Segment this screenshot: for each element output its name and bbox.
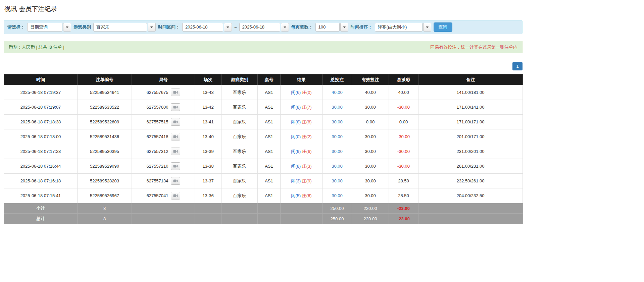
- cell-valid-bet: 30.00: [352, 159, 389, 174]
- page-button-1[interactable]: 1: [512, 62, 523, 70]
- cell-round-id: 627557210: [132, 159, 195, 174]
- cell-bet-id: 522589533522: [78, 100, 132, 115]
- result-player: 闲(8): [291, 119, 301, 124]
- cell-bet-id: 522589532609: [78, 115, 132, 129]
- date-from-picker[interactable]: 2025-06-18: [182, 23, 232, 32]
- date-separator: ~: [234, 25, 237, 30]
- cell-total-bet: 30.00: [323, 144, 352, 159]
- cell-result: 闲(8) 庄(3): [281, 159, 323, 174]
- search-button[interactable]: 查询: [434, 22, 452, 32]
- date-to-picker[interactable]: 2025-06-18: [239, 23, 289, 32]
- cell-remark: 204.00/232.50: [418, 188, 523, 203]
- bet-records-table: 时间 注单编号 局号 场次 游戏类别 桌号 结果 总投注 有效投注 总派彩 备注…: [4, 74, 523, 224]
- cell-session: 13-39: [195, 144, 221, 159]
- total-bet-link[interactable]: 30.00: [332, 193, 343, 198]
- result-banker: 庄(6): [302, 193, 312, 198]
- cell-game-type: 百家乐: [221, 188, 258, 203]
- date-to-caret-button[interactable]: [281, 23, 289, 32]
- time-sort-dropdown[interactable]: 降幂(由大到小): [375, 23, 431, 32]
- game-type-caret-button[interactable]: [148, 23, 156, 32]
- round-id-text: 627557515: [146, 119, 168, 124]
- total-bet-link[interactable]: 30.00: [332, 119, 343, 124]
- total-bet-link[interactable]: 30.00: [332, 105, 343, 110]
- cell-total-bet: 40.00: [323, 85, 352, 100]
- chevron-down-icon: [66, 26, 68, 28]
- header-game-type: 游戏类别: [221, 74, 258, 85]
- main-content: 视讯 会员下注纪录 请选择： 日期查询 游戏类别 百家乐 时间区间： 2025-…: [0, 0, 523, 282]
- cell-time: 2025-06-18 07:19:07: [4, 100, 78, 115]
- page-size-dropdown[interactable]: 100: [315, 23, 348, 32]
- header-time: 时间: [4, 74, 78, 85]
- time-sort-caret-button[interactable]: [423, 23, 431, 32]
- cell-remark: 232.50/261.00: [418, 174, 523, 188]
- cell-payout: -30.00: [389, 100, 418, 115]
- cell-remark: 261.00/231.00: [418, 159, 523, 174]
- cell-result: 闲(8) 庄(7): [281, 100, 323, 115]
- video-replay-icon[interactable]: [171, 148, 180, 155]
- total-bet-link[interactable]: 40.00: [332, 90, 343, 95]
- result-player: 闲(3): [291, 178, 301, 183]
- header-session: 场次: [195, 74, 221, 85]
- video-replay-icon[interactable]: [171, 177, 180, 185]
- cell-bet-id: 522589528203: [78, 174, 132, 188]
- game-type-dropdown[interactable]: 百家乐: [93, 23, 156, 32]
- result-banker: 庄(9): [302, 178, 312, 183]
- time-sort-value[interactable]: 降幂(由大到小): [375, 23, 423, 32]
- cell-table-no: AS1: [258, 144, 281, 159]
- round-id-text: 627557041: [146, 193, 168, 198]
- video-replay-icon[interactable]: [171, 103, 180, 111]
- cell-time: 2025-06-18 07:16:44: [4, 159, 78, 174]
- video-replay-icon[interactable]: [171, 162, 180, 170]
- cell-table-no: AS1: [258, 115, 281, 129]
- cell-result: 闲(9) 庄(6): [281, 144, 323, 159]
- total-bet-link[interactable]: 30.00: [332, 178, 343, 183]
- cell-game-type: 百家乐: [221, 100, 258, 115]
- game-type-value[interactable]: 百家乐: [93, 23, 147, 32]
- cell-table-no: AS1: [258, 85, 281, 100]
- time-sort-label: 时间排序：: [351, 24, 373, 30]
- video-replay-icon[interactable]: [171, 133, 180, 140]
- cell-payout: 28.50: [389, 174, 418, 188]
- cell-round-id: 627557418: [132, 129, 195, 144]
- table-row: 2025-06-18 07:16:44522589529090627557210…: [4, 159, 523, 174]
- query-type-value[interactable]: 日期查询: [27, 23, 62, 32]
- currency-total-text: 币别：人民币 | 总共 :8 注单 |: [9, 44, 64, 50]
- total-label: 总计: [4, 214, 78, 224]
- date-range-label: 时间区间：: [158, 24, 180, 30]
- page-size-value[interactable]: 100: [315, 23, 340, 32]
- date-from-value[interactable]: 2025-06-18: [182, 23, 223, 32]
- video-replay-icon[interactable]: [171, 192, 180, 200]
- video-replay-icon[interactable]: [171, 118, 180, 126]
- video-replay-icon[interactable]: [171, 89, 180, 96]
- cell-round-id: 627557312: [132, 144, 195, 159]
- cell-total-bet: 30.00: [323, 159, 352, 174]
- cell-session: 13-42: [195, 100, 221, 115]
- query-type-caret-button[interactable]: [63, 23, 71, 32]
- cell-round-id: 627557515: [132, 115, 195, 129]
- cell-session: 13-40: [195, 129, 221, 144]
- total-bet-link[interactable]: 30.00: [332, 134, 343, 139]
- page-size-caret-button[interactable]: [340, 23, 348, 32]
- date-to-value[interactable]: 2025-06-18: [239, 23, 280, 32]
- query-type-dropdown[interactable]: 日期查询: [27, 23, 71, 32]
- cell-remark: 231.00/201.00: [418, 144, 523, 159]
- table-footer: 小计 8 250.00 220.00 -23.00 总计 8: [4, 203, 523, 224]
- table-row: 2025-06-18 07:16:18522589528203627557134…: [4, 174, 523, 188]
- cell-table-no: AS1: [258, 188, 281, 203]
- cell-result: 闲(6) 庄(0): [281, 85, 323, 100]
- payout-value: 28.50: [398, 193, 409, 198]
- cell-total-bet: 30.00: [323, 115, 352, 129]
- summary-bar: 币别：人民币 | 总共 :8 注单 | 同局有效投注，统一计算在该局第一张注单内: [4, 41, 523, 53]
- chevron-down-icon: [343, 26, 346, 28]
- cell-table-no: AS1: [258, 100, 281, 115]
- cell-table-no: AS1: [258, 159, 281, 174]
- filter-bar: 请选择： 日期查询 游戏类别 百家乐 时间区间： 2025-06-18 ~ 20…: [4, 20, 523, 34]
- date-from-caret-button[interactable]: [224, 23, 232, 32]
- cell-total-bet: 30.00: [323, 129, 352, 144]
- cell-round-id: 627557134: [132, 174, 195, 188]
- cell-payout: 40.00: [389, 85, 418, 100]
- total-bet-link[interactable]: 30.00: [332, 164, 343, 169]
- payout-value: 40.00: [398, 90, 409, 95]
- total-bet-link[interactable]: 30.00: [332, 149, 343, 154]
- cell-total-bet: 30.00: [323, 188, 352, 203]
